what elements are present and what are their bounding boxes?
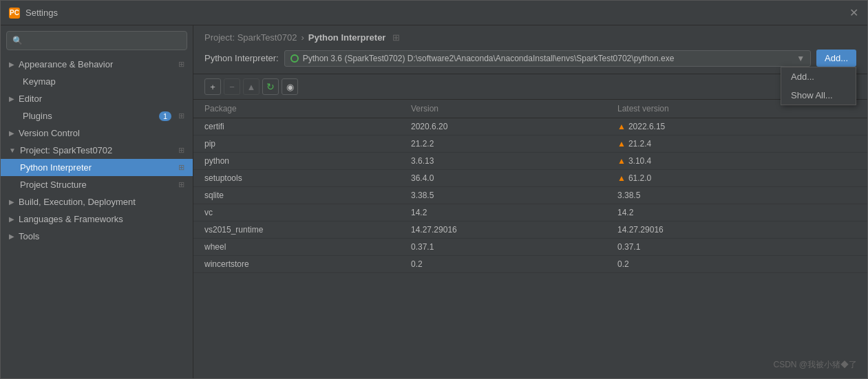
sidebar-item-project-structure[interactable]: Project Structure ⊞ <box>1 176 193 193</box>
cell-version: 14.2 <box>411 208 617 217</box>
chevron-right-icon: ▶ <box>9 232 14 240</box>
cell-package: wincertstore <box>204 259 411 269</box>
cell-latest: 0.2 <box>617 259 856 269</box>
sidebar-item-plugins[interactable]: Plugins 1 ⊞ <box>1 107 193 124</box>
sidebar-item-label: Appearance & Behavior <box>19 59 113 69</box>
sidebar-item-label: Version Control <box>19 128 80 138</box>
col-header-package: Package <box>204 104 411 113</box>
cell-package: python <box>204 156 411 166</box>
cell-version: 14.27.29016 <box>411 225 617 235</box>
chevron-down-icon: ▼ <box>9 147 16 154</box>
add-btn-wrapper: Add... Add... Show All... <box>816 50 856 67</box>
sidebar-item-tools[interactable]: ▶ Tools <box>1 228 193 245</box>
search-icon: 🔍 <box>12 36 23 45</box>
sidebar-item-build[interactable]: ▶ Build, Execution, Deployment <box>1 193 193 210</box>
breadcrumb-grid-icon: ⊞ <box>392 32 400 43</box>
cell-latest: 14.2 <box>617 208 856 217</box>
cell-version: 3.6.13 <box>411 156 617 166</box>
table-row[interactable]: python3.6.13▲3.10.4 <box>193 153 867 170</box>
sidebar: 🔍 ▶ Appearance & Behavior ⊞ Keymap ▶ Edi… <box>1 25 193 378</box>
sidebar-item-label: Tools <box>19 231 39 241</box>
settings-window: PC Settings ✕ 🔍 ▶ Appearance & Behavior … <box>0 0 868 379</box>
cell-package: vc <box>204 208 411 217</box>
cell-version: 2020.6.20 <box>411 122 617 131</box>
col-header-latest: Latest version <box>617 104 856 113</box>
sidebar-item-label: Python Interpreter <box>20 162 92 173</box>
upgrade-arrow-icon: ▲ <box>617 173 626 183</box>
cell-package: wheel <box>204 242 411 252</box>
cell-latest: ▲2022.6.15 <box>617 122 856 131</box>
interpreter-selected-value: Python 3.6 (SparkTest0702) D:\software2\… <box>303 54 675 63</box>
packages-table: Package Version Latest version certifi20… <box>193 100 867 378</box>
table-row[interactable]: vs2015_runtime14.27.2901614.27.29016 <box>193 221 867 239</box>
upgrade-arrow-icon: ▲ <box>617 139 626 149</box>
table-row[interactable]: vc14.214.2 <box>193 204 867 221</box>
close-button[interactable]: ✕ <box>848 8 859 19</box>
chevron-right-icon: ▶ <box>9 61 14 68</box>
table-row[interactable]: certifi2020.6.20▲2022.6.15 <box>193 118 867 136</box>
cell-package: pip <box>204 139 411 149</box>
interpreter-dropdown-menu: Add... Show All... <box>781 67 856 105</box>
col-header-version: Version <box>411 104 617 113</box>
cell-latest: ▲21.2.4 <box>617 139 856 149</box>
plugins-badge: 1 <box>159 111 171 121</box>
title-bar: PC Settings ✕ <box>1 1 867 25</box>
cell-latest: ▲3.10.4 <box>617 156 856 166</box>
interpreter-select[interactable]: Python 3.6 (SparkTest0702) D:\software2\… <box>284 50 811 67</box>
cell-package: certifi <box>204 122 411 131</box>
table-row[interactable]: wheel0.37.10.37.1 <box>193 239 867 256</box>
cell-version: 21.2.2 <box>411 139 617 149</box>
table-header: Package Version Latest version <box>193 100 867 118</box>
cell-latest: 0.37.1 <box>617 242 856 252</box>
table-row[interactable]: setuptools36.4.0▲61.2.0 <box>193 170 867 187</box>
main-content: Project: SparkTest0702 › Python Interpre… <box>193 25 867 378</box>
grid-icon: ⊞ <box>178 60 184 69</box>
add-package-button[interactable]: + <box>204 78 221 95</box>
grid-icon: ⊞ <box>178 146 184 155</box>
cell-latest: 3.38.5 <box>617 191 856 200</box>
table-row[interactable]: pip21.2.2▲21.2.4 <box>193 136 867 153</box>
sidebar-item-project[interactable]: ▼ Project: SparkTest0702 ⊞ <box>1 142 193 159</box>
cell-version: 0.37.1 <box>411 242 617 252</box>
cell-latest: ▲61.2.0 <box>617 173 856 183</box>
sidebar-item-languages[interactable]: ▶ Languages & Frameworks <box>1 210 193 228</box>
window-title: Settings <box>25 8 848 18</box>
dropdown-arrow-icon: ▼ <box>796 54 805 63</box>
sidebar-item-keymap[interactable]: Keymap <box>1 73 193 90</box>
search-input[interactable] <box>27 36 181 45</box>
breadcrumb: Project: SparkTest0702 › Python Interpre… <box>193 25 867 43</box>
cell-version: 3.38.5 <box>411 191 617 200</box>
chevron-right-icon: ▶ <box>9 198 14 206</box>
table-row[interactable]: sqlite3.38.53.38.5 <box>193 187 867 204</box>
remove-package-button[interactable]: − <box>224 78 240 95</box>
sidebar-item-version-control[interactable]: ▶ Version Control <box>1 124 193 142</box>
breadcrumb-arrow: › <box>301 32 304 43</box>
sidebar-item-label: Project: SparkTest0702 <box>20 145 112 155</box>
sidebar-item-label: Editor <box>19 94 42 104</box>
app-icon: PC <box>9 8 20 19</box>
up-package-button[interactable]: ▲ <box>243 78 260 95</box>
interpreter-row: Python Interpreter: Python 3.6 (SparkTes… <box>193 43 867 74</box>
sidebar-item-editor[interactable]: ▶ Editor <box>1 90 193 107</box>
toggle-eye-button[interactable]: ◉ <box>282 78 298 95</box>
dropdown-add-item[interactable]: Add... <box>781 67 856 86</box>
refresh-packages-button[interactable]: ↻ <box>262 78 279 95</box>
sidebar-item-appearance[interactable]: ▶ Appearance & Behavior ⊞ <box>1 56 193 73</box>
add-interpreter-button[interactable]: Add... <box>816 50 856 67</box>
breadcrumb-project: Project: SparkTest0702 <box>204 32 297 43</box>
cell-package: sqlite <box>204 191 411 200</box>
sidebar-item-label: Build, Execution, Deployment <box>19 197 136 207</box>
dropdown-show-all-item[interactable]: Show All... <box>781 86 856 105</box>
sidebar-item-label: Languages & Frameworks <box>19 214 123 224</box>
sidebar-item-label: Plugins <box>23 111 52 121</box>
table-body: certifi2020.6.20▲2022.6.15pip21.2.2▲21.2… <box>193 118 867 273</box>
cell-version: 0.2 <box>411 259 617 269</box>
sidebar-item-label: Project Structure <box>20 180 87 190</box>
grid-icon: ⊞ <box>178 163 184 172</box>
table-row[interactable]: wincertstore0.20.2 <box>193 256 867 273</box>
packages-toolbar: + − ▲ ↻ ◉ <box>193 74 867 100</box>
search-box[interactable]: 🔍 <box>6 31 187 50</box>
cell-version: 36.4.0 <box>411 173 617 183</box>
chevron-right-icon: ▶ <box>9 95 14 102</box>
sidebar-item-python-interpreter[interactable]: Python Interpreter ⊞ <box>1 159 193 176</box>
